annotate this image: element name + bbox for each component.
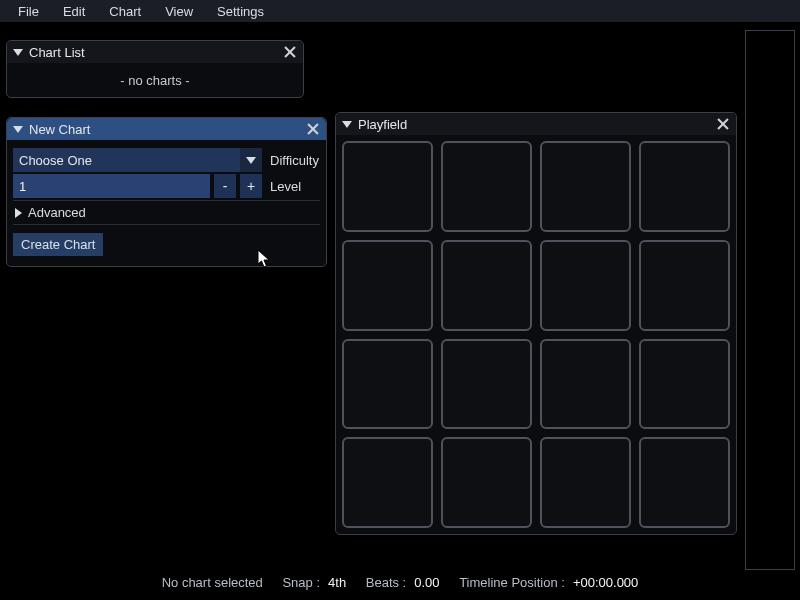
close-icon[interactable] (716, 117, 730, 131)
status-timeline-label: Timeline Position : (459, 575, 565, 590)
level-label: Level (266, 179, 320, 194)
menu-file[interactable]: File (6, 2, 51, 21)
pad[interactable] (540, 240, 631, 331)
pad[interactable] (342, 437, 433, 528)
pad[interactable] (639, 240, 730, 331)
level-input-value: 1 (19, 179, 26, 194)
status-snap-label: Snap : (282, 575, 320, 590)
menu-view[interactable]: View (153, 2, 205, 21)
expand-icon (15, 208, 22, 218)
new-chart-title: New Chart (29, 122, 306, 137)
dropdown-button[interactable] (240, 148, 262, 172)
difficulty-select-value: Choose One (19, 153, 92, 168)
level-increment-button[interactable]: + (240, 174, 262, 198)
playfield-title: Playfield (358, 117, 716, 132)
playfield-grid (336, 135, 736, 534)
close-icon[interactable] (283, 45, 297, 59)
status-bar: No chart selected Snap : 4th Beats : 0.0… (0, 575, 800, 590)
create-chart-button[interactable]: Create Chart (13, 233, 103, 256)
status-no-chart: No chart selected (162, 575, 263, 590)
level-decrement-button[interactable]: - (214, 174, 236, 198)
level-input[interactable]: 1 (13, 174, 210, 198)
status-timeline-value: +00:00.000 (573, 575, 638, 590)
chart-list-panel: Chart List - no charts - (6, 40, 304, 98)
pad[interactable] (441, 339, 532, 430)
advanced-section-toggle[interactable]: Advanced (13, 200, 320, 225)
right-side-panel (745, 30, 795, 570)
pad[interactable] (639, 437, 730, 528)
chevron-down-icon (246, 157, 256, 164)
new-chart-panel: New Chart Choose One Difficulty 1 - + Le… (6, 117, 327, 267)
pad[interactable] (639, 141, 730, 232)
pad[interactable] (342, 339, 433, 430)
menu-chart[interactable]: Chart (97, 2, 153, 21)
new-chart-header[interactable]: New Chart (7, 118, 326, 140)
playfield-header[interactable]: Playfield (336, 113, 736, 135)
menubar: File Edit Chart View Settings (0, 0, 800, 22)
pad[interactable] (441, 141, 532, 232)
menu-edit[interactable]: Edit (51, 2, 97, 21)
pad[interactable] (639, 339, 730, 430)
collapse-icon (342, 121, 352, 128)
chart-list-title: Chart List (29, 45, 283, 60)
status-beats-value: 0.00 (414, 575, 439, 590)
close-icon[interactable] (306, 122, 320, 136)
menu-settings[interactable]: Settings (205, 2, 276, 21)
collapse-icon (13, 49, 23, 56)
status-beats-label: Beats : (366, 575, 406, 590)
collapse-icon (13, 126, 23, 133)
pad[interactable] (342, 240, 433, 331)
chart-list-header[interactable]: Chart List (7, 41, 303, 63)
playfield-panel: Playfield (335, 112, 737, 535)
status-snap-value: 4th (328, 575, 346, 590)
pad[interactable] (342, 141, 433, 232)
pad[interactable] (540, 437, 631, 528)
advanced-label: Advanced (28, 205, 86, 220)
difficulty-label: Difficulty (266, 153, 320, 168)
pad[interactable] (540, 141, 631, 232)
pad[interactable] (441, 437, 532, 528)
difficulty-select[interactable]: Choose One (13, 148, 262, 172)
pad[interactable] (540, 339, 631, 430)
pad[interactable] (441, 240, 532, 331)
chart-list-empty: - no charts - (7, 63, 303, 97)
